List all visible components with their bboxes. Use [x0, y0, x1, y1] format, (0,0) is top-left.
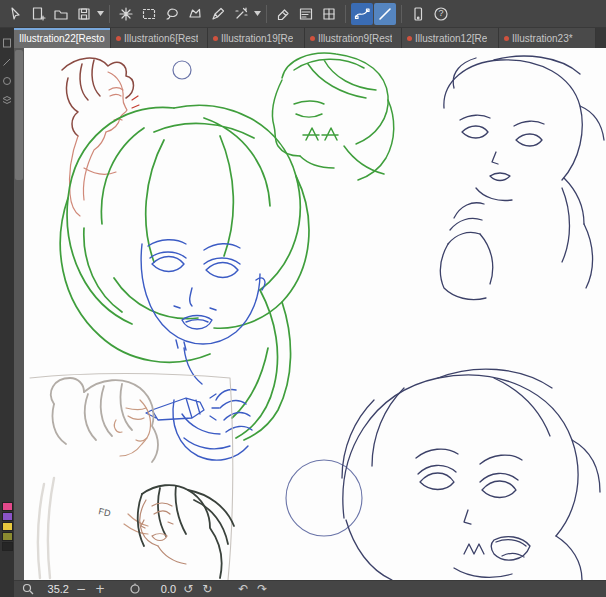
panel-doc-icon[interactable]	[2, 34, 12, 44]
tab-label: Illustration22[Restore]*	[19, 33, 105, 44]
panel-brush-icon[interactable]	[2, 53, 12, 63]
sketch-pencil-doodle	[146, 394, 219, 420]
grid-icon[interactable]	[318, 3, 340, 25]
tab-illustration12[interactable]: Illustration12[Re	[402, 28, 499, 48]
marquee-select-icon[interactable]	[138, 3, 160, 25]
shirt-text: FD	[98, 506, 112, 518]
starburst-icon[interactable]	[115, 3, 137, 25]
polyline-select-icon[interactable]	[184, 3, 206, 25]
tab-illustration22[interactable]: Illustration22[Restore]*	[14, 28, 111, 48]
tab-label: Illustration23*	[512, 33, 573, 44]
smartphone-icon[interactable]	[407, 3, 429, 25]
tab-illustration19[interactable]: Illustration19[Re	[208, 28, 305, 48]
panel-layer-icon[interactable]	[2, 91, 12, 101]
sketch-green-face	[60, 105, 309, 460]
help-glyph: ?	[439, 8, 444, 18]
tab-label: Illustration6[Rest	[124, 33, 198, 44]
sketch-navy-face-upper	[441, 56, 604, 299]
zoom-in-button[interactable]: +	[93, 583, 107, 595]
modified-dot	[213, 36, 218, 41]
tab-label: Illustration12[Re	[415, 33, 487, 44]
rotate-cw-button[interactable]: ↻	[200, 583, 214, 595]
scrollbar-thumb[interactable]	[15, 50, 23, 180]
gradient-icon[interactable]	[295, 3, 317, 25]
main-toolbar: ?	[0, 0, 606, 28]
tab-label: Illustration19[Re	[221, 33, 293, 44]
zoom-magnifier-icon	[22, 583, 34, 595]
toolbar-divider	[345, 5, 346, 23]
open-file-icon[interactable]	[50, 3, 72, 25]
status-bar: 35.2 − + 0.0 ↺ ↻ ↶ ↷	[14, 580, 606, 597]
jacket	[28, 457, 128, 580]
paint-app-window: ? Illustration22[Restore]* Illustration6…	[0, 0, 606, 597]
left-sidebar	[0, 28, 14, 597]
rotate-canvas-icon	[129, 583, 141, 595]
operation-pointer-icon[interactable]	[4, 3, 26, 25]
save-dropdown-icon[interactable]	[96, 3, 104, 25]
save-icon[interactable]	[73, 3, 95, 25]
jacket-stripes	[38, 478, 54, 578]
help-icon[interactable]: ?	[430, 3, 452, 25]
document-tabbar: Illustration22[Restore]* Illustration6[R…	[14, 28, 606, 48]
color-swatch[interactable]	[2, 542, 13, 551]
color-swatch[interactable]	[2, 522, 13, 531]
modified-dot	[310, 36, 315, 41]
line-tool-icon[interactable]	[374, 3, 396, 25]
toolbar-divider	[109, 5, 110, 23]
toolbar-divider	[401, 5, 402, 23]
modified-dot	[504, 36, 509, 41]
rotation-value: 0.0	[146, 583, 176, 595]
tab-illustration6[interactable]: Illustration6[Rest	[111, 28, 208, 48]
sketch-salmon-portrait	[62, 58, 139, 216]
zoom-value: 35.2	[39, 583, 69, 595]
canvas-artwork: FD	[24, 48, 606, 580]
green-hair	[60, 105, 309, 440]
left-face	[114, 400, 150, 534]
new-document-icon[interactable]	[27, 3, 49, 25]
rotate-ccw-button[interactable]: ↺	[181, 583, 195, 595]
panel-color-icon[interactable]	[2, 72, 12, 82]
modified-dot	[116, 36, 121, 41]
redo-button[interactable]: ↷	[255, 583, 269, 595]
toolbar-divider	[266, 5, 267, 23]
tab-illustration9[interactable]: Illustration9[Rest	[305, 28, 402, 48]
modified-dot	[407, 36, 412, 41]
wand-dropdown-icon[interactable]	[253, 3, 261, 25]
canvas-area[interactable]: FD	[24, 48, 606, 580]
frame-lines	[30, 374, 233, 581]
heart	[174, 461, 192, 476]
tab-label: Illustration9[Rest	[318, 33, 392, 44]
undo-button[interactable]: ↶	[236, 583, 250, 595]
sketch-couple-drawing: FD	[28, 374, 234, 581]
color-swatches	[2, 502, 13, 551]
pen-nib-icon[interactable]	[207, 3, 229, 25]
color-swatch[interactable]	[2, 512, 13, 521]
red-marks	[132, 96, 139, 108]
color-swatch[interactable]	[2, 532, 13, 541]
vector-correct-icon[interactable]	[351, 3, 373, 25]
sketch-navy-face-lower	[286, 369, 600, 580]
canvas-vertical-scrollbar[interactable]	[14, 48, 24, 580]
zoom-out-button[interactable]: −	[74, 583, 88, 595]
gray-hair	[51, 378, 158, 462]
color-swatch[interactable]	[2, 502, 13, 511]
blue-hand	[173, 389, 252, 460]
tab-illustration23[interactable]: Illustration23*	[499, 28, 596, 48]
circle-doodle	[173, 61, 191, 79]
lasso-select-icon[interactable]	[161, 3, 183, 25]
magic-wand-icon[interactable]	[230, 3, 252, 25]
eraser-icon[interactable]	[272, 3, 294, 25]
